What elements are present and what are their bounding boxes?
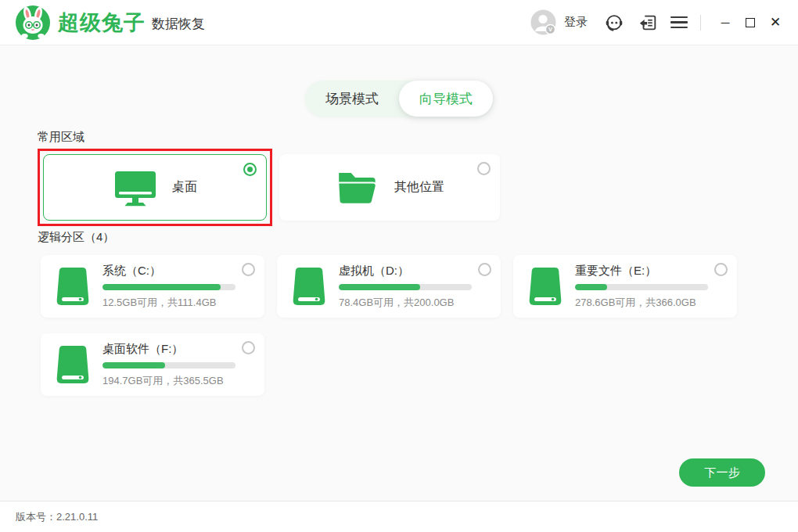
next-step-button[interactable]: 下一步 xyxy=(679,458,765,487)
title-bar: 超级兔子 数据恢复 V 登录 xyxy=(0,0,798,45)
drive-usage-fill xyxy=(102,284,221,290)
drive-usage-fill xyxy=(575,284,607,290)
minimize-button[interactable]: ─ xyxy=(715,13,735,33)
drive-usage-bar xyxy=(102,284,235,290)
other-location-radio[interactable] xyxy=(477,162,491,175)
drive-usage-bar xyxy=(575,284,708,290)
app-subtitle: 数据恢复 xyxy=(152,15,205,33)
header-divider xyxy=(700,15,701,31)
drive-detail: 278.6GB可用，共366.0GB xyxy=(575,296,708,310)
monitor-icon xyxy=(113,169,158,207)
version-text: 版本号：2.21.0.11 xyxy=(16,510,98,524)
hard-drive-icon xyxy=(527,266,563,307)
drive-e-radio[interactable] xyxy=(714,263,728,276)
user-avatar[interactable]: V xyxy=(530,9,556,35)
hard-drive-icon xyxy=(291,266,327,307)
drive-info: 桌面软件（F:） 194.7GB可用，共365.5GB xyxy=(102,342,235,388)
drive-info: 重要文件（E:） 278.6GB可用，共366.0GB xyxy=(575,264,708,310)
avatar-icon: V xyxy=(530,9,556,35)
tab-wizard-mode[interactable]: 向导模式 xyxy=(399,81,493,117)
support-headset-icon[interactable] xyxy=(603,12,624,33)
drive-name: 桌面软件（F:） xyxy=(102,342,235,357)
app-window: 超级兔子 数据恢复 V 登录 xyxy=(0,0,798,532)
maximize-button[interactable] xyxy=(740,13,760,33)
drive-name: 重要文件（E:） xyxy=(575,264,708,279)
rabbit-logo-icon xyxy=(16,5,50,40)
folder-icon xyxy=(335,168,380,207)
header-controls: V 登录 xyxy=(530,9,798,35)
app-title: 超级兔子 xyxy=(58,9,146,37)
avatar-badge-v: V xyxy=(548,26,552,33)
login-button[interactable]: 登录 xyxy=(564,15,588,30)
drive-detail: 194.7GB可用，共365.5GB xyxy=(102,374,235,388)
other-location-label: 其他位置 xyxy=(394,179,444,196)
drive-f-radio[interactable] xyxy=(242,341,255,354)
drive-detail: 12.5GB可用，共111.4GB xyxy=(102,296,235,310)
close-button[interactable]: ✕ xyxy=(765,13,785,33)
close-icon: ✕ xyxy=(770,16,781,29)
other-location-card[interactable]: 其他位置 xyxy=(279,154,500,221)
drive-info: 系统（C:） 12.5GB可用，共111.4GB xyxy=(102,264,235,310)
minimize-icon: ─ xyxy=(721,16,730,28)
footer-bar: 版本号：2.21.0.11 xyxy=(0,501,798,532)
drive-usage-fill xyxy=(339,284,420,290)
drive-d-radio[interactable] xyxy=(478,263,491,276)
desktop-card-label: 桌面 xyxy=(172,179,197,196)
hard-drive-icon xyxy=(55,266,91,307)
tab-scene-mode[interactable]: 场景模式 xyxy=(305,81,399,117)
desktop-card[interactable]: 桌面 xyxy=(43,154,267,221)
drive-card-e[interactable]: 重要文件（E:） 278.6GB可用，共366.0GB xyxy=(513,255,737,318)
hard-drive-icon xyxy=(55,344,91,385)
mode-switcher: 场景模式 向导模式 xyxy=(305,81,493,117)
drive-name: 系统（C:） xyxy=(102,264,235,279)
main-content: 场景模式 向导模式 常用区域 桌面 其他位置 xyxy=(0,45,798,501)
drive-name: 虚拟机（D:） xyxy=(339,264,472,279)
drive-detail: 78.4GB可用，共200.0GB xyxy=(339,296,472,310)
annotation-highlight-box: 桌面 xyxy=(38,149,272,226)
drive-c-radio[interactable] xyxy=(242,263,255,276)
maximize-icon xyxy=(746,18,755,27)
drive-card-d[interactable]: 虚拟机（D:） 78.4GB可用，共200.0GB xyxy=(277,255,501,318)
drive-card-c[interactable]: 系统（C:） 12.5GB可用，共111.4GB xyxy=(41,255,264,318)
menu-icon[interactable] xyxy=(670,16,688,29)
drive-usage-fill xyxy=(102,362,165,368)
drive-card-f[interactable]: 桌面软件（F:） 194.7GB可用，共365.5GB xyxy=(41,333,264,396)
drive-usage-bar xyxy=(102,362,235,368)
partitions-title: 逻辑分区（4） xyxy=(38,230,114,245)
desktop-radio[interactable] xyxy=(243,163,257,176)
common-area-title: 常用区域 xyxy=(38,130,84,145)
drive-info: 虚拟机（D:） 78.4GB可用，共200.0GB xyxy=(339,264,472,310)
feedback-form-icon[interactable] xyxy=(637,12,658,33)
drive-usage-bar xyxy=(339,284,472,290)
